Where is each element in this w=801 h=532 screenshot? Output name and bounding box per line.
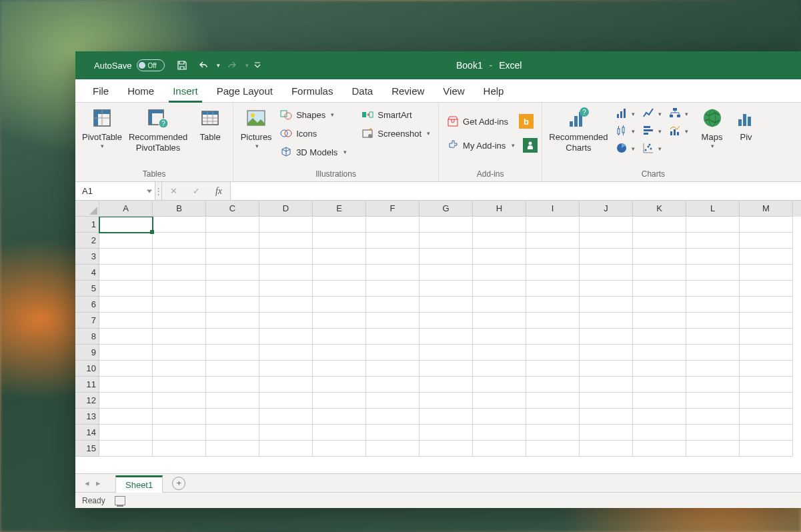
cell[interactable] [366,361,420,377]
recommended-pivottables-button[interactable]: ? Recommended PivotTables [126,105,190,154]
cell[interactable] [206,249,259,265]
cell[interactable] [580,297,633,313]
cell[interactable] [420,425,473,441]
customize-qat-button[interactable] [251,56,263,75]
cell[interactable] [473,377,526,393]
cell[interactable] [259,377,313,393]
row-header[interactable]: 8 [75,329,99,345]
cell[interactable] [473,361,526,377]
cell[interactable] [473,329,526,345]
cell[interactable] [99,425,153,441]
grid-body[interactable]: 123456789101112131415 [75,217,801,473]
row-header[interactable]: 14 [75,425,99,441]
cell[interactable] [526,297,580,313]
cell[interactable] [686,233,740,249]
cell[interactable] [99,313,153,329]
screenshot-button[interactable]: Screenshot ▾ [357,124,434,143]
col-header[interactable]: M [740,201,793,217]
cell[interactable] [686,393,740,409]
col-header[interactable]: G [420,201,473,217]
col-header[interactable]: L [686,201,740,217]
cell[interactable] [473,441,526,457]
col-header[interactable]: C [206,201,259,217]
cell[interactable] [99,409,153,425]
cell[interactable] [99,329,153,345]
sheet-next-button[interactable]: ▸ [93,478,103,488]
cell[interactable] [366,249,420,265]
cell[interactable] [366,313,420,329]
cell[interactable] [686,297,740,313]
cell[interactable] [313,409,366,425]
combo-chart-button[interactable]: ▾ [666,123,692,140]
cell[interactable] [99,441,153,457]
col-header[interactable]: I [526,201,580,217]
smartart-button[interactable]: SmartArt [357,105,434,124]
row-header[interactable]: 15 [75,441,99,457]
save-button[interactable] [173,56,191,75]
cell[interactable] [313,345,366,361]
icons-button[interactable]: Icons [276,124,351,143]
cell[interactable] [740,409,793,425]
cell[interactable] [526,425,580,441]
cell[interactable] [740,297,793,313]
cell[interactable] [420,217,473,233]
undo-button[interactable] [194,56,213,75]
cell[interactable] [153,377,206,393]
cell[interactable] [580,281,633,297]
cell[interactable] [366,441,420,457]
cell[interactable] [633,265,686,281]
row-header[interactable]: 2 [75,233,99,249]
cell[interactable] [366,345,420,361]
pivotchart-button[interactable]: Piv [732,105,760,143]
cell[interactable] [153,409,206,425]
cell[interactable] [633,313,686,329]
cell[interactable] [313,393,366,409]
bing-icon[interactable]: b [519,114,534,129]
cell[interactable] [259,249,313,265]
cell[interactable] [473,265,526,281]
cell[interactable] [580,361,633,377]
cell[interactable] [740,425,793,441]
col-header[interactable]: J [580,201,633,217]
cell[interactable] [153,393,206,409]
cell[interactable] [313,361,366,377]
cell[interactable] [686,377,740,393]
cell[interactable] [259,329,313,345]
cell[interactable] [580,233,633,249]
cell[interactable] [420,409,473,425]
cell[interactable] [580,345,633,361]
cell[interactable] [633,345,686,361]
cell[interactable] [580,441,633,457]
col-header[interactable]: H [473,201,526,217]
cell[interactable] [99,393,153,409]
get-addins-button[interactable]: Get Add-ins [443,112,512,131]
cell[interactable] [580,393,633,409]
maps-button[interactable]: Maps ▾ [694,105,731,151]
cell[interactable] [686,345,740,361]
cell[interactable] [313,249,366,265]
cell[interactable] [633,425,686,441]
cell[interactable] [526,393,580,409]
cell[interactable] [99,361,153,377]
cell[interactable] [366,233,420,249]
cell[interactable] [740,377,793,393]
autosave-switch[interactable]: Off [137,59,165,71]
cell[interactable] [259,297,313,313]
cell[interactable] [153,249,206,265]
cell[interactable] [99,265,153,281]
cell[interactable] [686,281,740,297]
cell[interactable] [686,313,740,329]
row-header[interactable]: 12 [75,393,99,409]
cell[interactable] [420,249,473,265]
col-header[interactable]: F [366,201,420,217]
cell[interactable] [740,281,793,297]
row-header[interactable]: 9 [75,345,99,361]
undo-dropdown[interactable]: ▾ [217,62,220,69]
cell[interactable] [420,233,473,249]
cell[interactable] [473,393,526,409]
cell[interactable] [313,265,366,281]
cell[interactable] [420,361,473,377]
col-header[interactable]: E [313,201,366,217]
row-header[interactable]: 11 [75,377,99,393]
cell[interactable] [633,441,686,457]
